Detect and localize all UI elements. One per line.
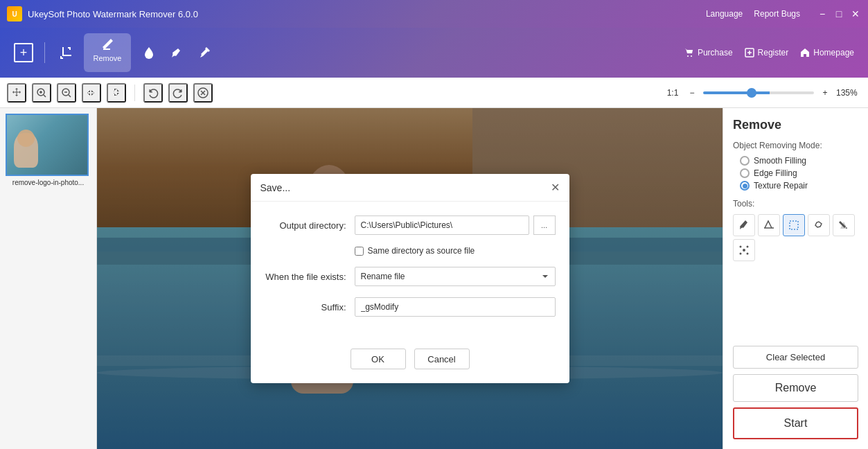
tools-row <box>733 214 858 261</box>
image-thumbnail[interactable] <box>6 114 89 176</box>
dialog-close-button[interactable]: ✕ <box>551 181 560 194</box>
suffix-input[interactable] <box>355 297 556 317</box>
main-toolbar: + Remove Purchase <box>0 28 868 78</box>
paint-bucket-icon <box>838 219 850 231</box>
redo-button[interactable] <box>168 83 188 103</box>
flip-v-button[interactable] <box>107 83 126 103</box>
when-file-exists-dropdown[interactable]: Rename file <box>355 267 556 286</box>
language-link[interactable]: Language <box>706 9 743 19</box>
edge-filling-label: Edge Filling <box>754 168 797 178</box>
homepage-link[interactable]: Homepage <box>799 47 854 58</box>
minimize-button[interactable]: − <box>817 8 828 19</box>
window-controls: − □ ✕ <box>817 8 861 19</box>
dialog-title-bar: Save... ✕ <box>251 174 569 202</box>
texture-repair-radio[interactable]: Texture Repair <box>740 181 858 191</box>
title-bar-right: Language Report Bugs − □ ✕ <box>706 8 861 19</box>
redo-icon <box>172 87 184 99</box>
top-links: Purchase Register Homepage <box>684 47 854 58</box>
output-directory-input[interactable] <box>355 215 529 235</box>
chevron-down-icon <box>541 272 549 281</box>
dialog-title: Save... <box>260 182 291 193</box>
eyedrop-icon <box>197 46 211 60</box>
cart-icon <box>684 47 695 58</box>
lasso-tool-icon[interactable] <box>808 214 830 236</box>
eraser-tool-icon[interactable] <box>758 214 780 236</box>
eraser-tool-icon <box>763 219 775 231</box>
report-bugs-link[interactable]: Report Bugs <box>754 9 800 19</box>
dialog-overlay: Save... ✕ Output directory: ... Same dir… <box>97 108 723 449</box>
same-directory-checkbox[interactable] <box>355 247 364 256</box>
zoom-in-button[interactable] <box>32 83 51 103</box>
svg-rect-6 <box>790 221 798 229</box>
panel-spacer <box>733 272 858 346</box>
zoom-controls: 1:1 − + 135% <box>664 88 861 98</box>
zoom-out-icon <box>60 87 73 99</box>
zoom-in-icon <box>35 87 48 99</box>
thumbnail-image <box>7 115 87 175</box>
app-title: UkeySoft Photo Watermark Remover 6.0.0 <box>28 9 198 19</box>
smooth-filling-radio[interactable]: Smooth Filling <box>740 156 858 166</box>
drop-tool-button[interactable] <box>139 43 159 62</box>
zoom-slider[interactable] <box>703 91 814 94</box>
move-button[interactable] <box>7 83 26 103</box>
tools-label: Tools: <box>733 199 858 209</box>
register-icon <box>744 47 755 58</box>
cancel-edit-button[interactable] <box>193 83 213 103</box>
right-panel: Remove Object Removing Mode: Smooth Fill… <box>723 108 868 449</box>
canvas-area[interactable]: Save... ✕ Output directory: ... Same dir… <box>97 108 723 449</box>
brush-tool-icon[interactable] <box>733 214 755 236</box>
suffix-label: Suffix: <box>265 302 355 312</box>
brush-tool-button[interactable] <box>167 43 186 62</box>
paint-bucket-tool-icon[interactable] <box>833 214 855 236</box>
brush-icon <box>738 219 750 231</box>
svg-point-7 <box>743 249 745 252</box>
pattern-icon <box>738 244 750 256</box>
browse-button[interactable]: ... <box>533 215 556 235</box>
clear-selected-button[interactable]: Clear Selected <box>733 346 858 369</box>
texture-repair-label: Texture Repair <box>754 181 808 191</box>
crop-button[interactable] <box>56 43 76 62</box>
start-button[interactable]: Start <box>733 407 858 439</box>
zoom-minus[interactable]: − <box>684 88 700 98</box>
removing-mode-group: Smooth Filling Edge Filling Texture Repa… <box>740 156 858 191</box>
smooth-filling-label: Smooth Filling <box>754 156 806 166</box>
panel-title: Remove <box>733 118 858 132</box>
crop-icon <box>59 46 73 60</box>
pattern-tool-icon[interactable] <box>733 239 755 261</box>
remove-tool-button[interactable]: Remove <box>84 33 131 72</box>
main-layout: remove-logo-in-photo... Save... ✕ <box>0 108 868 449</box>
undo-button[interactable] <box>143 83 163 103</box>
when-file-exists-label: When the file exists: <box>265 272 355 282</box>
cancel-icon <box>197 87 209 99</box>
rect-select-tool-icon[interactable] <box>783 214 805 236</box>
cancel-button[interactable]: Cancel <box>414 349 470 369</box>
maximize-button[interactable]: □ <box>833 8 844 19</box>
edge-filling-radio-circle <box>740 168 750 178</box>
move-icon <box>10 87 23 99</box>
add-button[interactable]: + <box>14 43 33 62</box>
same-directory-row: Same directory as source file <box>265 246 556 256</box>
zoom-percent: 135% <box>836 88 861 98</box>
remove-button[interactable]: Remove <box>733 374 858 402</box>
zoom-out-button[interactable] <box>57 83 76 103</box>
lasso-icon <box>813 219 825 231</box>
left-panel: remove-logo-in-photo... <box>0 108 97 449</box>
flip-h-button[interactable] <box>82 83 101 103</box>
purchase-link[interactable]: Purchase <box>684 47 733 58</box>
output-directory-label: Output directory: <box>265 220 355 231</box>
dialog-footer: OK Cancel <box>251 342 569 383</box>
svg-point-9 <box>747 246 749 248</box>
flip-horizontal-icon <box>85 87 98 99</box>
edge-filling-radio[interactable]: Edge Filling <box>740 168 858 178</box>
object-removing-mode-label: Object Removing Mode: <box>733 141 858 150</box>
eyedrop-tool-button[interactable] <box>195 43 214 62</box>
when-file-exists-row: When the file exists: Rename file <box>265 267 556 286</box>
register-link[interactable]: Register <box>744 47 789 58</box>
when-file-exists-value: Rename file <box>361 272 405 281</box>
close-button[interactable]: ✕ <box>850 8 861 19</box>
zoom-ratio: 1:1 <box>664 88 681 98</box>
ok-button[interactable]: OK <box>351 349 406 369</box>
zoom-plus[interactable]: + <box>817 88 833 98</box>
toolbar-sep-2 <box>134 85 135 101</box>
dialog-body: Output directory: ... Same directory as … <box>251 202 569 342</box>
